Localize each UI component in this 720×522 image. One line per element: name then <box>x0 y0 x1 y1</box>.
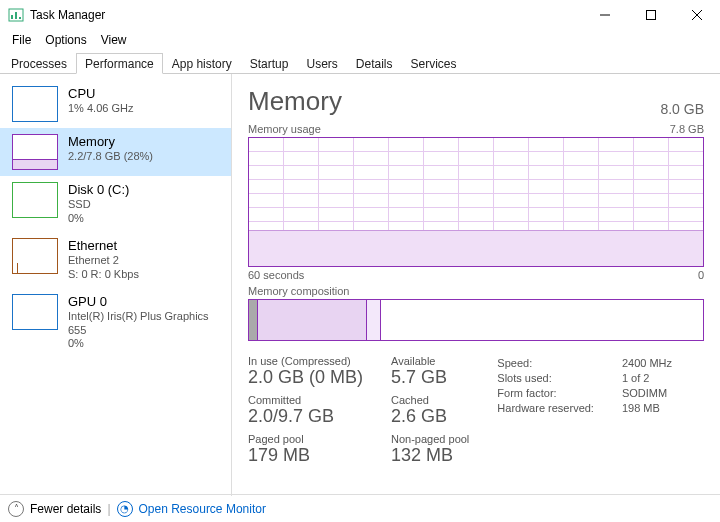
sidebar-gpu-title: GPU 0 <box>68 294 223 310</box>
taskmgr-icon <box>8 7 24 23</box>
tab-processes[interactable]: Processes <box>2 53 76 74</box>
graph1-max: 7.8 GB <box>670 123 704 135</box>
minimize-button[interactable] <box>582 0 628 30</box>
speed-label: Speed: <box>497 357 594 369</box>
sidebar-cpu-title: CPU <box>68 86 133 102</box>
menubar: File Options View <box>0 30 720 50</box>
resource-monitor-icon[interactable]: ◔ <box>117 501 133 517</box>
reserved-label: Hardware reserved: <box>497 402 594 414</box>
paged-value: 179 MB <box>248 445 363 466</box>
sidebar-gpu-sub2: 0% <box>68 337 223 351</box>
main-panel: Memory 8.0 GB Memory usage 7.8 GB 60 sec… <box>232 74 720 496</box>
sidebar-eth-sub2: S: 0 R: 0 Kbps <box>68 268 139 282</box>
committed-value: 2.0/9.7 GB <box>248 406 363 427</box>
tab-app-history[interactable]: App history <box>163 53 241 74</box>
gpu-mini-graph <box>12 294 58 330</box>
sidebar-eth-sub1: Ethernet 2 <box>68 254 139 268</box>
axis-left: 60 seconds <box>248 269 304 281</box>
available-value: 5.7 GB <box>391 367 469 388</box>
disk-mini-graph <box>12 182 58 218</box>
committed-label: Committed <box>248 394 363 406</box>
reserved-value: 198 MB <box>622 402 672 414</box>
available-label: Available <box>391 355 469 367</box>
page-title: Memory <box>248 86 342 117</box>
tab-services[interactable]: Services <box>402 53 466 74</box>
form-label: Form factor: <box>497 387 594 399</box>
slots-value: 1 of 2 <box>622 372 672 384</box>
form-value: SODIMM <box>622 387 672 399</box>
graph2-label: Memory composition <box>248 285 349 297</box>
nonpaged-value: 132 MB <box>391 445 469 466</box>
tab-users[interactable]: Users <box>297 53 346 74</box>
sidebar-item-memory[interactable]: Memory 2.2/7.8 GB (28%) <box>0 128 231 176</box>
in-use-label: In use (Compressed) <box>248 355 363 367</box>
memory-usage-graph <box>248 137 704 267</box>
nonpaged-label: Non-paged pool <box>391 433 469 445</box>
graph1-label: Memory usage <box>248 123 321 135</box>
sidebar-memory-sub: 2.2/7.8 GB (28%) <box>68 150 153 164</box>
svg-rect-3 <box>19 17 21 19</box>
sidebar-disk-title: Disk 0 (C:) <box>68 182 129 198</box>
menu-options[interactable]: Options <box>39 31 92 49</box>
open-resource-monitor-link[interactable]: Open Resource Monitor <box>139 502 266 516</box>
paged-label: Paged pool <box>248 433 363 445</box>
sidebar-disk-sub1: SSD <box>68 198 129 212</box>
svg-rect-2 <box>15 12 17 19</box>
tab-details[interactable]: Details <box>347 53 402 74</box>
in-use-value: 2.0 GB (0 MB) <box>248 367 363 388</box>
svg-rect-5 <box>647 11 656 20</box>
sidebar-memory-title: Memory <box>68 134 153 150</box>
axis-right: 0 <box>698 269 704 281</box>
window-title: Task Manager <box>30 8 105 22</box>
footer: ˄ Fewer details | ◔ Open Resource Monito… <box>0 494 720 522</box>
titlebar: Task Manager <box>0 0 720 30</box>
memory-composition-graph <box>248 299 704 341</box>
sidebar-cpu-sub: 1% 4.06 GHz <box>68 102 133 116</box>
sidebar-item-gpu[interactable]: GPU 0 Intel(R) Iris(R) Plus Graphics 655… <box>0 288 231 358</box>
fewer-details-link[interactable]: Fewer details <box>30 502 101 516</box>
tab-performance[interactable]: Performance <box>76 53 163 74</box>
tab-startup[interactable]: Startup <box>241 53 298 74</box>
tab-bar: Processes Performance App history Startu… <box>0 52 720 74</box>
speed-value: 2400 MHz <box>622 357 672 369</box>
sidebar-eth-title: Ethernet <box>68 238 139 254</box>
sidebar: CPU 1% 4.06 GHz Memory 2.2/7.8 GB (28%) … <box>0 74 232 496</box>
sidebar-gpu-sub1: Intel(R) Iris(R) Plus Graphics 655 <box>68 310 223 338</box>
cached-value: 2.6 GB <box>391 406 469 427</box>
svg-rect-1 <box>11 15 13 19</box>
memory-capacity: 8.0 GB <box>660 101 704 117</box>
slots-label: Slots used: <box>497 372 594 384</box>
sidebar-item-cpu[interactable]: CPU 1% 4.06 GHz <box>0 80 231 128</box>
sidebar-item-ethernet[interactable]: Ethernet Ethernet 2 S: 0 R: 0 Kbps <box>0 232 231 288</box>
close-button[interactable] <box>674 0 720 30</box>
sidebar-disk-sub2: 0% <box>68 212 129 226</box>
cpu-mini-graph <box>12 86 58 122</box>
maximize-button[interactable] <box>628 0 674 30</box>
ethernet-mini-graph <box>12 238 58 274</box>
menu-view[interactable]: View <box>95 31 133 49</box>
cached-label: Cached <box>391 394 469 406</box>
chevron-up-icon[interactable]: ˄ <box>8 501 24 517</box>
sidebar-item-disk[interactable]: Disk 0 (C:) SSD 0% <box>0 176 231 232</box>
memory-mini-graph <box>12 134 58 170</box>
menu-file[interactable]: File <box>6 31 37 49</box>
